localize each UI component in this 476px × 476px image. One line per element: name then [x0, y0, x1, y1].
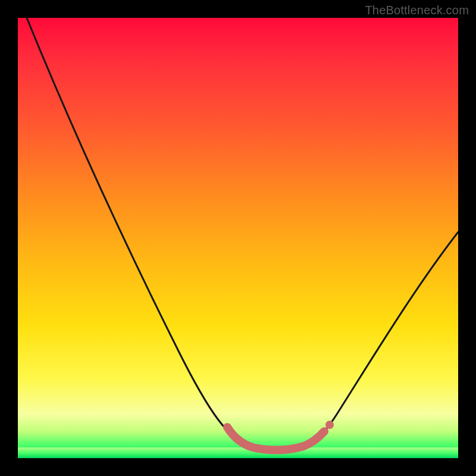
bottleneck-curve [27, 18, 458, 450]
watermark-text: TheBottleneck.com [365, 4, 469, 17]
bottleneck-curve-svg [18, 18, 458, 458]
valley-highlight-dot [325, 421, 334, 429]
plot-area [18, 18, 458, 458]
valley-highlight [227, 427, 324, 450]
chart-frame: TheBottleneck.com [0, 0, 476, 476]
